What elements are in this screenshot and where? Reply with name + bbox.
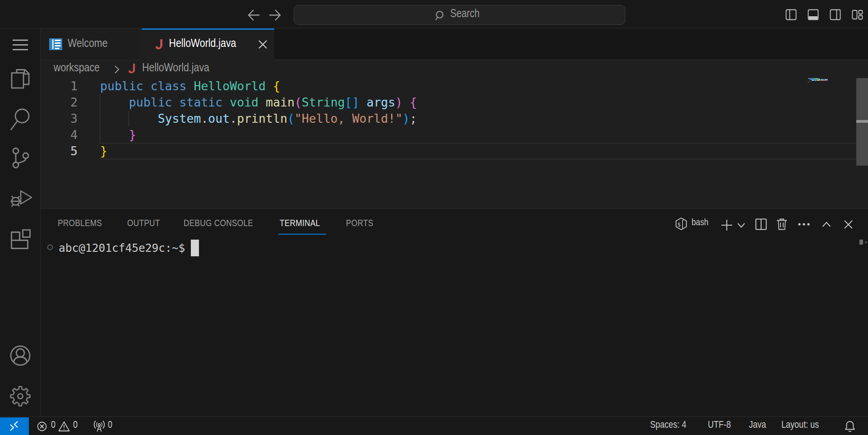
svg-text:$: $ [678, 222, 681, 228]
